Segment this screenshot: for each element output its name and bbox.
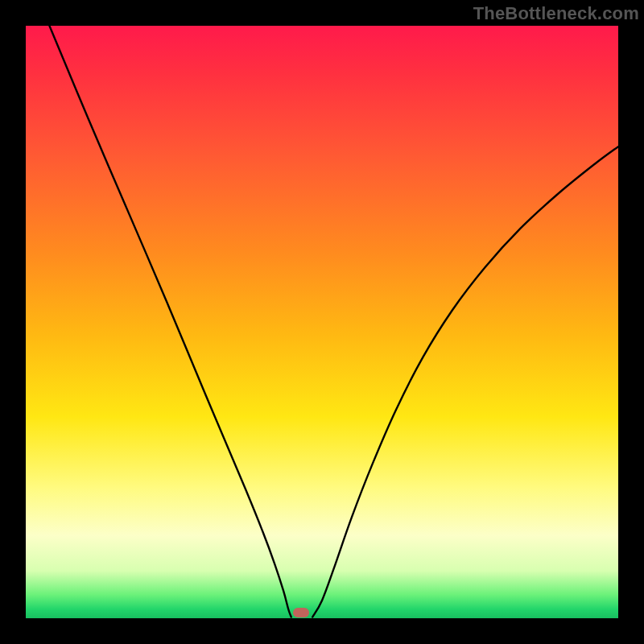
optimal-point-marker: [293, 608, 309, 617]
bottleneck-curve: [26, 26, 618, 618]
chart-frame: TheBottleneck.com: [0, 0, 644, 644]
curve-right-branch: [312, 147, 618, 617]
curve-left-branch: [49, 26, 291, 617]
plot-area: [26, 26, 618, 618]
watermark-text: TheBottleneck.com: [473, 3, 639, 24]
